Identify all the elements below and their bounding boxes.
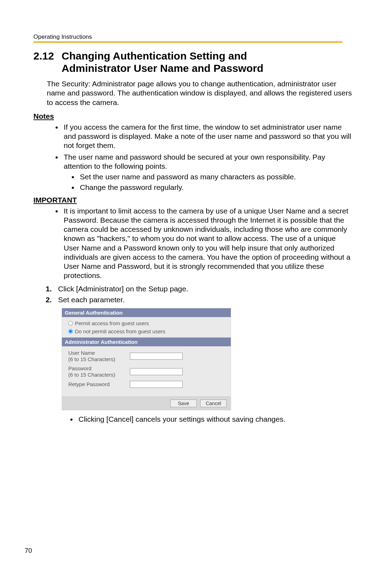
footnote-item: Clicking [Cancel] cancels your settings …: [77, 415, 352, 424]
radio-permit-row[interactable]: Permit access from guest users: [68, 319, 227, 327]
notes-sublist: Set the user name and password as many c…: [64, 172, 352, 192]
section-title: Changing Authentication Setting and Admi…: [62, 50, 264, 74]
steps-list: Click [Administrator] on the Setup page.…: [33, 284, 352, 305]
page-number: 70: [25, 547, 32, 555]
step-item: Click [Administrator] on the Setup page.: [54, 284, 352, 293]
notes-subitem: Set the user name and password as many c…: [78, 172, 352, 181]
general-auth-header: General Authentication: [62, 308, 231, 317]
notes-item-text: The user name and password should be sec…: [64, 153, 325, 170]
retype-password-label: Retype Password: [68, 381, 130, 388]
notes-heading: Notes: [33, 112, 352, 120]
notes-item: The user name and password should be sec…: [62, 153, 352, 192]
notes-item: If you access the camera for the first t…: [62, 123, 352, 150]
notes-list: If you access the camera for the first t…: [33, 123, 352, 192]
important-list: It is important to limit access to the c…: [33, 206, 352, 280]
section-heading: 2.12 Changing Authentication Setting and…: [33, 50, 352, 74]
save-button[interactable]: Save: [170, 400, 197, 407]
admin-auth-header: Administrator Authentication: [62, 338, 231, 346]
radio-permit-label: Permit access from guest users: [75, 320, 149, 326]
password-label: Password (6 to 15 Characters): [68, 365, 130, 378]
username-label: User Name (6 to 15 Characters): [68, 350, 130, 363]
username-input[interactable]: [130, 353, 183, 360]
section-title-line1: Changing Authentication Setting and: [62, 50, 247, 62]
running-header: Operating Instructions: [33, 33, 352, 41]
footnote-list: Clicking [Cancel] cancels your settings …: [33, 415, 352, 424]
section-number: 2.12: [33, 50, 62, 62]
radio-deny-row[interactable]: Do not permit access from guest users: [68, 327, 227, 335]
notes-subitem: Change the password regularly.: [78, 183, 352, 192]
retype-password-input[interactable]: [130, 381, 183, 388]
step-item: Set each parameter.: [54, 295, 352, 304]
section-title-line2: Administrator User Name and Password: [62, 62, 264, 74]
important-heading: IMPORTANT: [33, 196, 352, 204]
intro-paragraph: The Security: Administrator page allows …: [47, 79, 352, 107]
password-input[interactable]: [130, 368, 183, 375]
radio-permit[interactable]: [68, 321, 73, 326]
accent-bar: [33, 41, 342, 43]
radio-deny[interactable]: [68, 329, 73, 334]
important-item: It is important to limit access to the c…: [62, 206, 352, 280]
button-bar: Save Cancel: [62, 396, 231, 410]
radio-deny-label: Do not permit access from guest users: [75, 328, 165, 334]
settings-panel: General Authentication Permit access fro…: [62, 308, 231, 410]
cancel-button[interactable]: Cancel: [200, 400, 227, 407]
